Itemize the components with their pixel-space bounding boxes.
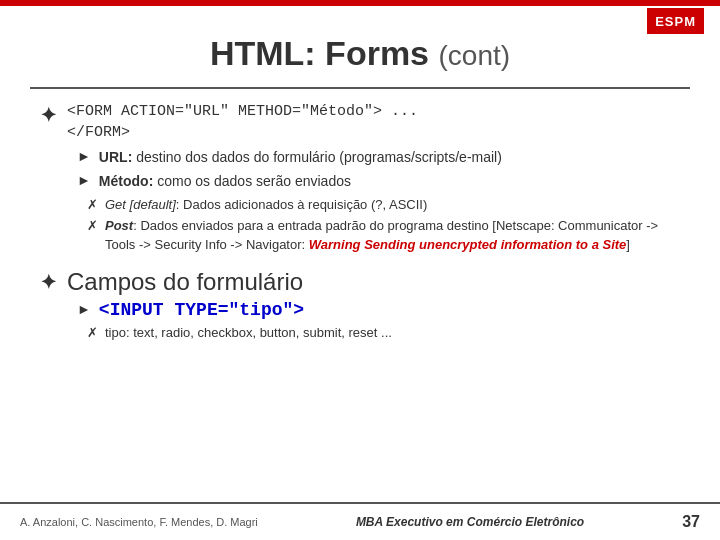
- sub-metodo-text: Método: como os dados serão enviados: [99, 171, 680, 191]
- code-line-1: <FORM ACTION="URL" METHOD="Método"> ...: [67, 101, 680, 122]
- bullet-1-content: <FORM ACTION="URL" METHOD="Método"> ... …: [67, 101, 680, 258]
- warning-text: Warning Sending unencrypted information …: [309, 237, 627, 252]
- sub-url-text: URL: destino dos dados do formulário (pr…: [99, 147, 680, 167]
- page-title: HTML: Forms (cont): [210, 34, 510, 72]
- title-area: HTML: Forms (cont): [0, 6, 720, 83]
- subsub-bullet-tipo: ✗ tipo: text, radio, checkbox, button, s…: [87, 324, 680, 343]
- arrow-icon-1: ►: [77, 148, 91, 164]
- bullet-marker-1: ✦: [40, 103, 57, 127]
- sub-bullet-url: ► URL: destino dos dados do formulário (…: [77, 147, 680, 167]
- bullet-1: ✦ <FORM ACTION="URL" METHOD="Método"> ..…: [40, 101, 680, 258]
- arrow-icon-2: ►: [77, 172, 91, 188]
- bullet-2: ✦ Campos do formulário ► <INPUT TYPE="ti…: [40, 268, 680, 346]
- main-content: ✦ <FORM ACTION="URL" METHOD="Método"> ..…: [0, 101, 720, 346]
- logo-text: ESPM: [655, 14, 696, 29]
- arrow-icon-3: ►: [77, 301, 91, 317]
- x-icon-3: ✗: [87, 325, 98, 340]
- footer-title: MBA Executivo em Comércio Eletrônico: [356, 515, 584, 529]
- subsub-post-text: Post: Dados enviados para a entrada padr…: [105, 217, 680, 255]
- slide: ESPM HTML: Forms (cont) ✦ <FORM ACTION="…: [0, 0, 720, 540]
- x-icon-1: ✗: [87, 197, 98, 212]
- footer: A. Anzaloni, C. Nascimento, F. Mendes, D…: [0, 502, 720, 540]
- subsub-get-text: Get [default]: Dados adicionados à requi…: [105, 196, 680, 215]
- title-divider: [30, 87, 690, 89]
- x-icon-2: ✗: [87, 218, 98, 233]
- input-code-line: <INPUT TYPE="tipo">: [99, 300, 304, 320]
- sub-bullet-input: ► <INPUT TYPE="tipo">: [77, 300, 680, 320]
- bullet-2-content: Campos do formulário ► <INPUT TYPE="tipo…: [67, 268, 680, 346]
- sub-bullet-metodo: ► Método: como os dados serão enviados: [77, 171, 680, 191]
- bullet-marker-2: ✦: [40, 270, 57, 294]
- subsub-tipo-text: tipo: text, radio, checkbox, button, sub…: [105, 324, 680, 343]
- logo-area: ESPM: [647, 8, 704, 34]
- campos-line: Campos do formulário: [67, 268, 680, 296]
- footer-page: 37: [682, 513, 700, 531]
- code-line-2: </FORM>: [67, 122, 680, 143]
- subsub-bullet-get: ✗ Get [default]: Dados adicionados à req…: [87, 196, 680, 215]
- footer-authors: A. Anzaloni, C. Nascimento, F. Mendes, D…: [20, 516, 258, 528]
- subsub-bullet-post: ✗ Post: Dados enviados para a entrada pa…: [87, 217, 680, 255]
